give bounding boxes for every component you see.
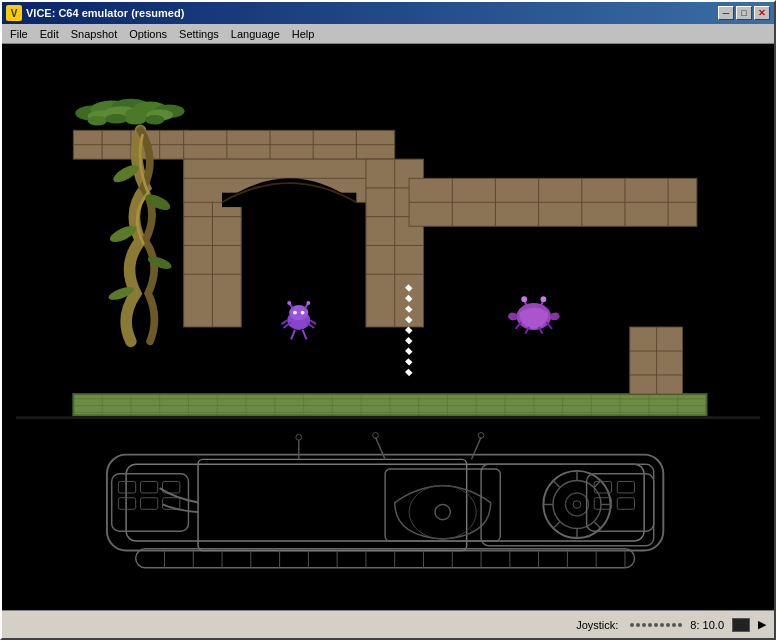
menu-help[interactable]: Help [286, 26, 321, 42]
app-icon: V [6, 5, 22, 21]
menu-file[interactable]: File [4, 26, 34, 42]
joystick-dot-3 [642, 623, 646, 627]
menu-edit[interactable]: Edit [34, 26, 65, 42]
menu-options[interactable]: Options [123, 26, 173, 42]
joystick-dot-2 [636, 623, 640, 627]
svg-point-12 [125, 115, 146, 125]
svg-point-97 [293, 311, 297, 315]
menu-settings[interactable]: Settings [173, 26, 225, 42]
svg-point-109 [541, 296, 547, 302]
window-title: VICE: C64 emulator (resumed) [26, 7, 718, 19]
joystick-label: Joystick: [576, 619, 618, 631]
speed-display: 8: 10.0 [690, 619, 724, 631]
joystick-indicator [630, 623, 682, 627]
emulator-screen[interactable] [2, 44, 774, 610]
joystick-dot-6 [660, 623, 664, 627]
svg-point-10 [88, 116, 107, 126]
svg-point-98 [301, 311, 305, 315]
joystick-dot-8 [672, 623, 676, 627]
minimize-button[interactable]: ─ [718, 6, 734, 20]
joystick-dot-1 [630, 623, 634, 627]
svg-rect-33 [222, 193, 356, 207]
color-indicator [732, 618, 750, 632]
title-bar: V VICE: C64 emulator (resumed) ─ □ ✕ [2, 2, 774, 24]
menu-language[interactable]: Language [225, 26, 286, 42]
svg-point-13 [145, 115, 164, 125]
arrow-button[interactable]: ▶ [758, 618, 766, 631]
svg-point-108 [521, 296, 527, 302]
svg-point-95 [287, 301, 291, 305]
application-window: V VICE: C64 emulator (resumed) ─ □ ✕ Fil… [0, 0, 776, 640]
svg-rect-114 [16, 416, 760, 419]
window-controls: ─ □ ✕ [718, 6, 770, 20]
joystick-dot-9 [678, 623, 682, 627]
status-bar: Joystick: 8: 10.0 ▶ [2, 610, 774, 638]
menu-bar: File Edit Snapshot Options Settings Lang… [2, 24, 774, 44]
svg-point-11 [105, 114, 128, 124]
svg-point-96 [306, 301, 310, 305]
joystick-dot-7 [666, 623, 670, 627]
close-button[interactable]: ✕ [754, 6, 770, 20]
game-display [2, 44, 774, 610]
joystick-dot-4 [648, 623, 652, 627]
joystick-dot-5 [654, 623, 658, 627]
menu-snapshot[interactable]: Snapshot [65, 26, 123, 42]
maximize-button[interactable]: □ [736, 6, 752, 20]
